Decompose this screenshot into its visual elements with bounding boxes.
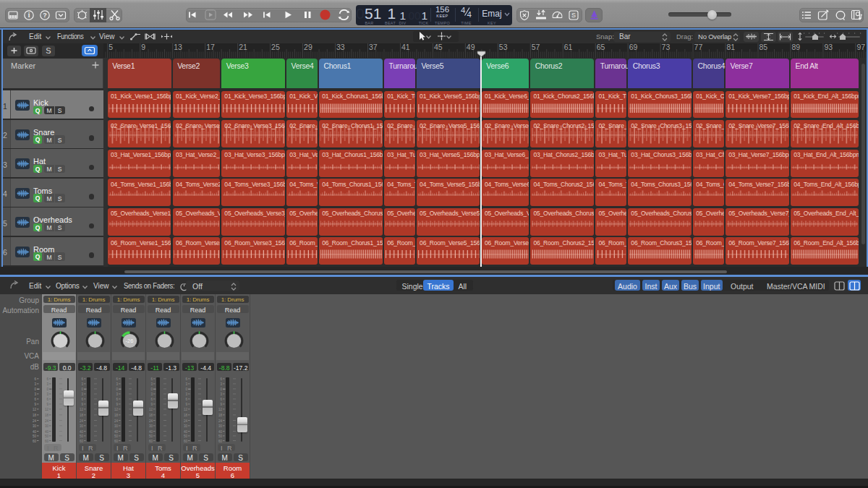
svg-text:3: 3 xyxy=(46,382,48,386)
svg-text:6: 6 xyxy=(34,398,36,401)
svg-text:0: 0 xyxy=(46,388,48,391)
svg-text:6: 6 xyxy=(220,377,222,381)
svg-text:60: 60 xyxy=(149,440,153,443)
svg-text:17: 17 xyxy=(206,43,215,51)
svg-text:24: 24 xyxy=(33,419,37,423)
svg-text:60: 60 xyxy=(45,440,49,443)
svg-text:60: 60 xyxy=(114,440,119,443)
svg-text:33: 33 xyxy=(336,43,345,51)
svg-text:18: 18 xyxy=(80,414,84,417)
svg-text:40: 40 xyxy=(114,430,119,434)
svg-text:0: 0 xyxy=(150,388,153,391)
svg-text:85: 85 xyxy=(760,43,768,51)
svg-text:50: 50 xyxy=(114,435,119,438)
svg-text:21: 21 xyxy=(239,43,247,51)
svg-text:3: 3 xyxy=(34,393,36,396)
svg-text:93: 93 xyxy=(824,43,833,51)
svg-text:60: 60 xyxy=(33,440,37,443)
svg-text:40: 40 xyxy=(45,430,49,434)
svg-text:3: 3 xyxy=(46,393,48,396)
svg-text:3: 3 xyxy=(116,382,118,386)
svg-text:3: 3 xyxy=(81,393,83,396)
svg-text:9: 9 xyxy=(220,403,222,406)
svg-text:25: 25 xyxy=(271,43,280,51)
svg-text:18: 18 xyxy=(218,414,223,417)
svg-text:18: 18 xyxy=(114,414,119,417)
svg-text:57: 57 xyxy=(532,43,540,51)
svg-text:50: 50 xyxy=(149,435,153,438)
svg-text:50: 50 xyxy=(80,435,84,438)
svg-text:89: 89 xyxy=(791,43,800,51)
svg-text:12: 12 xyxy=(114,408,119,411)
svg-text:S: S xyxy=(571,12,576,19)
svg-text:30: 30 xyxy=(184,424,188,428)
svg-text:73: 73 xyxy=(662,43,671,51)
svg-text:60: 60 xyxy=(218,440,223,443)
svg-text:53: 53 xyxy=(499,43,508,51)
svg-text:3: 3 xyxy=(150,393,153,396)
svg-text:30: 30 xyxy=(114,424,119,428)
svg-text:30: 30 xyxy=(80,424,84,428)
svg-text:6: 6 xyxy=(46,377,48,381)
svg-text:60: 60 xyxy=(80,440,84,443)
svg-text:12: 12 xyxy=(149,408,153,411)
svg-text:6: 6 xyxy=(185,398,187,401)
svg-text:9: 9 xyxy=(141,43,145,51)
svg-text:3: 3 xyxy=(220,393,222,396)
svg-text:0: 0 xyxy=(34,388,36,391)
svg-text:i: i xyxy=(28,12,30,19)
svg-text:12: 12 xyxy=(184,408,188,411)
svg-text:6: 6 xyxy=(34,377,36,381)
svg-text:6: 6 xyxy=(185,377,187,381)
svg-text:3: 3 xyxy=(220,382,222,386)
svg-text:81: 81 xyxy=(727,43,736,51)
svg-text:24: 24 xyxy=(218,419,223,423)
svg-text:3: 3 xyxy=(81,382,83,386)
svg-text:6: 6 xyxy=(220,398,222,401)
svg-text:49: 49 xyxy=(467,43,475,51)
svg-text:24: 24 xyxy=(45,419,49,423)
svg-text:50: 50 xyxy=(218,435,223,438)
svg-text:6: 6 xyxy=(116,377,118,381)
svg-text:40: 40 xyxy=(184,430,188,434)
svg-text:18: 18 xyxy=(33,414,37,417)
svg-text:0: 0 xyxy=(185,388,187,391)
svg-text:3: 3 xyxy=(185,382,187,386)
svg-text:30: 30 xyxy=(33,424,37,428)
svg-text:40: 40 xyxy=(80,430,84,434)
svg-text:30: 30 xyxy=(45,424,49,428)
svg-text:6: 6 xyxy=(81,398,83,401)
svg-text:18: 18 xyxy=(149,414,153,417)
svg-text:12: 12 xyxy=(218,408,223,411)
svg-text:?: ? xyxy=(43,12,47,19)
svg-text:9: 9 xyxy=(34,403,36,406)
svg-text:24: 24 xyxy=(184,419,188,423)
svg-text:3: 3 xyxy=(150,382,153,386)
svg-text:13: 13 xyxy=(174,43,182,51)
svg-text:29: 29 xyxy=(304,43,312,51)
svg-text:61: 61 xyxy=(564,43,573,51)
svg-text:0: 0 xyxy=(220,388,222,391)
svg-text:18: 18 xyxy=(184,414,188,417)
svg-text:24: 24 xyxy=(149,419,153,423)
svg-text:24: 24 xyxy=(114,419,119,423)
svg-text:77: 77 xyxy=(694,43,703,51)
svg-text:41: 41 xyxy=(401,43,410,51)
svg-text:30: 30 xyxy=(149,424,153,428)
svg-text:6: 6 xyxy=(150,377,153,381)
svg-text:18: 18 xyxy=(45,414,49,417)
svg-text:97: 97 xyxy=(856,43,865,51)
svg-text:0: 0 xyxy=(81,388,83,391)
svg-text:9: 9 xyxy=(81,403,83,406)
svg-text:9: 9 xyxy=(150,403,153,406)
svg-text:6: 6 xyxy=(150,398,153,401)
svg-text:6: 6 xyxy=(46,398,48,401)
svg-text:50: 50 xyxy=(33,435,37,438)
svg-text:3: 3 xyxy=(116,393,118,396)
svg-text:50: 50 xyxy=(184,435,188,438)
svg-text:69: 69 xyxy=(629,43,638,51)
svg-text:30: 30 xyxy=(218,424,223,428)
svg-text:40: 40 xyxy=(149,430,153,434)
svg-text:9: 9 xyxy=(116,403,118,406)
svg-text:40: 40 xyxy=(218,430,223,434)
